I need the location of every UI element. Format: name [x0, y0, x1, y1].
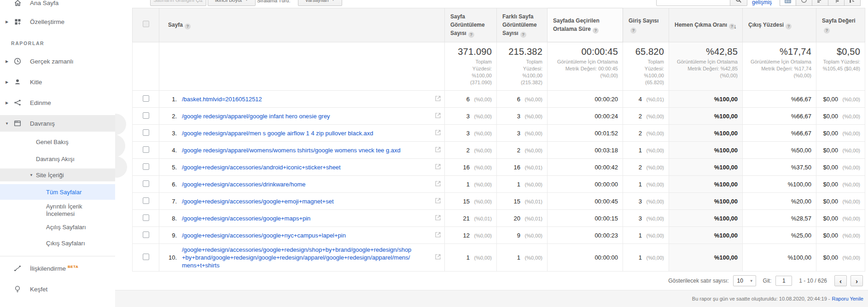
pivot-view-button[interactable] [844, 0, 861, 6]
open-in-new-icon[interactable] [431, 181, 441, 188]
sort-descending-icon[interactable]: ↓ [734, 22, 737, 31]
refresh-report-link[interactable]: Raporu Yenile [832, 296, 863, 301]
collapse-arrow-icon[interactable]: ▼ [4, 122, 10, 126]
collapse-arrow-icon[interactable]: ▼ [29, 173, 33, 177]
bounce-rate-cell: %100,00 [669, 244, 743, 272]
page-link[interactable]: /google redesign/apparel/google infant h… [182, 112, 330, 120]
row-checkbox[interactable] [143, 180, 149, 187]
sidebar-item-content-drilldown[interactable]: Ayrıntılı İçerik İncelemesi [0, 202, 115, 219]
row-checkbox[interactable] [143, 232, 149, 238]
page-link[interactable]: /google+redesign/accessories/google+emoj… [182, 197, 334, 205]
help-icon[interactable]: ? [520, 32, 526, 38]
select-all-checkbox[interactable] [143, 21, 149, 27]
open-in-new-icon[interactable] [431, 147, 441, 154]
col-header-avg-time[interactable]: Sayfada Geçirilen Ortalama Süre? [548, 8, 623, 42]
secondary-dimension-button[interactable]: İkincil Boyut▼ [208, 0, 256, 6]
page-link[interactable]: /google redesign/apparel/men s google ai… [182, 129, 373, 137]
performance-view-button[interactable] [812, 0, 828, 6]
row-checkbox[interactable] [143, 129, 149, 136]
help-icon[interactable]: ? [185, 23, 191, 29]
select-all-cell [133, 8, 159, 42]
col-header-unique-pageviews[interactable]: Farklı Sayfa Görüntüleme Sayısı? [497, 8, 548, 42]
next-page-button[interactable]: › [851, 275, 863, 286]
open-in-new-icon[interactable] [431, 198, 441, 205]
comparison-view-button[interactable] [828, 0, 845, 6]
sidebar-item-attribution[interactable]: İlişkilendirmeBETA [0, 259, 115, 278]
sidebar-item-behavior[interactable]: ▼ Davranış [0, 115, 115, 132]
sidebar-item-audience[interactable]: ▶ Kitle [0, 74, 115, 90]
previous-page-button[interactable]: ‹ [834, 275, 847, 286]
page-link[interactable]: /google+redesign/accessories/google+rede… [182, 246, 414, 269]
sidebar-item-home[interactable]: Ana Sayfa [0, 0, 115, 11]
exit-percentage-cell: %37,50 [743, 159, 816, 176]
page-link[interactable]: /google redesign/apparel/womens/womens t… [182, 146, 401, 154]
row-checkbox[interactable] [143, 163, 149, 170]
bounce-rate-cell: %100,00 [669, 108, 743, 125]
row-checkbox[interactable] [143, 214, 149, 221]
open-in-new-icon[interactable] [431, 254, 441, 261]
help-icon[interactable]: ? [468, 32, 474, 38]
page-link[interactable]: /google+redesign/accessories/android+ico… [182, 163, 341, 171]
help-icon[interactable]: ? [824, 28, 830, 34]
unique-pageviews-cell: 3(%0,00) [497, 125, 548, 142]
search-input[interactable] [656, 0, 730, 6]
sidebar-item-landing-pages[interactable]: Açılış Sayfaları [0, 220, 115, 233]
unique-pageviews-cell: 16(%0,01) [497, 159, 548, 176]
row-checkbox[interactable] [143, 112, 149, 119]
goto-page-input[interactable] [775, 276, 792, 286]
sidebar-item-label: Davranış Akışı [36, 156, 75, 162]
col-header-bounce-rate[interactable]: Hemen Çıkma Oranı?↓ [669, 8, 743, 42]
rows-per-page-select[interactable]: 10 ▼ [733, 275, 756, 286]
plot-rows-button[interactable]: Satırların Grafiğini Çiz [150, 0, 206, 6]
col-header-page-value[interactable]: Sayfa Değeri? [816, 8, 865, 42]
help-icon[interactable]: ? [593, 28, 599, 34]
expand-arrow-icon[interactable]: ▶ [4, 59, 10, 64]
page-link[interactable]: /google+redesign/accessories/google+maps… [182, 214, 310, 222]
sidebar-item-customization[interactable]: ▶ Özelleştirme [0, 13, 115, 30]
page-link[interactable]: /google+redesign/accessories/google+nyc+… [182, 232, 346, 239]
exit-percentage-cell: %20,00 [743, 193, 816, 210]
exit-percentage-cell: %50,00 [743, 142, 816, 159]
sidebar-item-realtime[interactable]: ▶ Gerçek zamanlı [0, 53, 115, 70]
advanced-search-link[interactable]: gelişmiş [752, 0, 772, 6]
col-header-entrances[interactable]: Giriş Sayısı? [623, 8, 669, 42]
page-link[interactable]: /google+redesign/accessories/drinkware/h… [182, 180, 305, 188]
open-in-new-icon[interactable] [431, 130, 441, 137]
pageviews-cell: 6(%0,00) [445, 91, 497, 108]
sidebar-item-discover[interactable]: Keşfet [0, 280, 115, 298]
open-in-new-icon[interactable] [431, 215, 441, 222]
table-row: 10./google+redesign/accessories/google+r… [133, 244, 865, 272]
sidebar-item-behavior-flow[interactable]: Davranış Akışı [0, 152, 115, 165]
percentage-view-button[interactable] [796, 0, 812, 6]
bounce-rate-cell: %100,00 [669, 210, 743, 227]
sidebar-item-acquisition[interactable]: ▶ Edinme [0, 94, 115, 111]
sidebar-item-behavior-overview[interactable]: Genel Bakış [0, 135, 115, 148]
open-in-new-icon[interactable] [431, 96, 441, 103]
open-in-new-icon[interactable] [431, 232, 441, 239]
col-header-pageviews[interactable]: Sayfa Görüntüleme Sayısı? [445, 8, 497, 42]
sort-type-dropdown[interactable]: Varsayılan▼ [298, 0, 342, 6]
open-in-new-icon[interactable] [431, 113, 441, 120]
sidebar-item-all-pages[interactable]: Tüm Sayfalar [0, 184, 115, 200]
help-icon[interactable]: ? [630, 28, 636, 34]
help-icon[interactable]: ? [786, 23, 792, 29]
sidebar-item-label: Kitle [30, 79, 42, 86]
col-header-exit-percentage[interactable]: Çıkış Yüzdesi? [743, 8, 816, 42]
row-checkbox[interactable] [143, 95, 149, 102]
totals-unique-pageviews: 215.382 Toplam Yüzdesi: %100,00 (215.382… [497, 42, 548, 91]
page-link[interactable]: /basket.htmlvid=20160512512 [182, 95, 262, 103]
expand-arrow-icon[interactable]: ▶ [4, 20, 10, 24]
search-button[interactable] [730, 0, 747, 6]
sidebar-item-site-content[interactable]: ▼ Site İçeriği [0, 168, 115, 181]
sidebar-item-exit-pages[interactable]: Çıkış Sayfaları [0, 237, 115, 249]
row-checkbox[interactable] [143, 254, 149, 260]
bounce-rate-cell: %100,00 [669, 176, 743, 193]
row-checkbox[interactable] [143, 197, 149, 204]
row-checkbox[interactable] [143, 146, 149, 153]
expand-arrow-icon[interactable]: ▶ [4, 80, 10, 84]
table-view-button[interactable] [780, 0, 796, 6]
expand-arrow-icon[interactable]: ▶ [4, 101, 10, 105]
col-header-page[interactable]: Sayfa? [159, 8, 445, 42]
page-value-cell: $0,00(%0,00) [816, 210, 865, 227]
open-in-new-icon[interactable] [431, 164, 441, 171]
